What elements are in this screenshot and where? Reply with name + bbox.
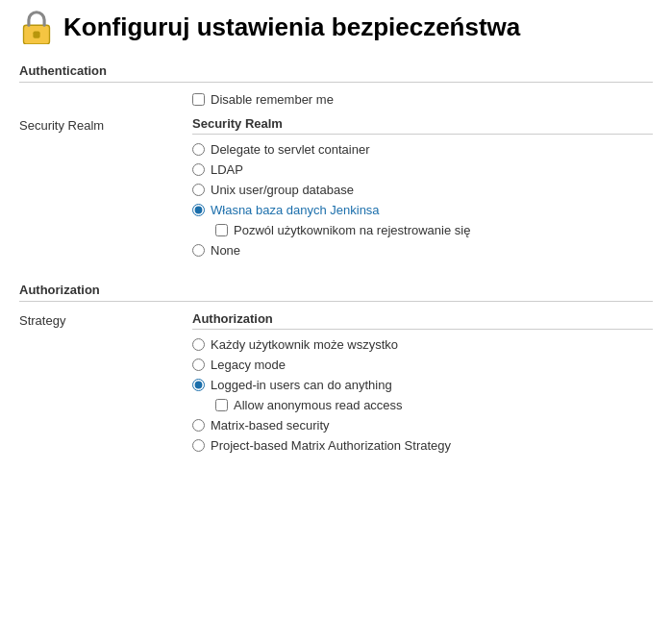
sr-none-label: None bbox=[211, 243, 240, 258]
allow-anonymous-label: Allow anonymous read access bbox=[234, 398, 403, 412]
az-every-label: Każdy użytkownik może wszystko bbox=[211, 337, 398, 352]
az-project-matrix-item[interactable]: Project-based Matrix Authorization Strat… bbox=[192, 438, 653, 453]
security-realm-subsection-label: Security Realm bbox=[192, 116, 653, 135]
security-realm-row: Security Realm Security Realm Delegate t… bbox=[19, 116, 653, 263]
sr-none-item[interactable]: None bbox=[192, 243, 653, 258]
sr-servlet-radio[interactable] bbox=[192, 143, 205, 156]
sr-unix-label: Unix user/group database bbox=[211, 183, 354, 197]
authorization-content: Authorization Każdy użytkownik może wszy… bbox=[192, 311, 653, 458]
az-matrix-radio[interactable] bbox=[192, 419, 205, 432]
page-header: Konfiguruj ustawienia bezpieczeństwa bbox=[19, 10, 653, 44]
authorization-header: Authorization bbox=[19, 283, 653, 302]
sr-none-radio[interactable] bbox=[192, 244, 205, 257]
allow-registration-label: Pozwól użytkownikom na rejestrowanie się bbox=[234, 223, 470, 237]
security-realm-content: Security Realm Delegate to servlet conta… bbox=[192, 116, 653, 263]
form-label-empty bbox=[19, 92, 192, 112]
allow-registration-item[interactable]: Pozwól użytkownikom na rejestrowanie się bbox=[215, 223, 653, 237]
az-matrix-item[interactable]: Matrix-based security bbox=[192, 418, 653, 433]
authorization-section: Authorization Strategy Authorization Każ… bbox=[19, 283, 653, 458]
az-loggedin-radio[interactable] bbox=[192, 379, 205, 391]
sr-jenkins-link[interactable]: Własna baza danych Jenkinsa bbox=[211, 203, 380, 217]
az-every-radio[interactable] bbox=[192, 338, 205, 351]
disable-remember-me-row: Disable remember me bbox=[19, 92, 653, 112]
az-legacy-radio[interactable] bbox=[192, 359, 205, 371]
az-loggedin-item[interactable]: Logged-in users can do anything bbox=[192, 378, 653, 392]
sr-ldap-item[interactable]: LDAP bbox=[192, 162, 653, 177]
sr-unix-radio[interactable] bbox=[192, 184, 205, 196]
az-project-matrix-radio[interactable] bbox=[192, 439, 205, 452]
allow-registration-checkbox[interactable] bbox=[215, 224, 228, 236]
authentication-header: Authentication bbox=[19, 63, 653, 83]
sr-jenkins-item[interactable]: Własna baza danych Jenkinsa bbox=[192, 203, 653, 217]
lock-icon bbox=[19, 10, 54, 44]
svg-rect-1 bbox=[33, 32, 39, 38]
jenkins-sub-option: Pozwól użytkownikom na rejestrowanie się bbox=[192, 223, 653, 237]
sr-jenkins-radio[interactable] bbox=[192, 204, 205, 216]
az-matrix-label: Matrix-based security bbox=[211, 418, 330, 433]
az-legacy-item[interactable]: Legacy mode bbox=[192, 358, 653, 372]
disable-remember-me-label: Disable remember me bbox=[211, 92, 334, 107]
sr-ldap-label: LDAP bbox=[211, 162, 243, 177]
loggedin-sub-option: Allow anonymous read access bbox=[192, 398, 653, 412]
allow-anonymous-item[interactable]: Allow anonymous read access bbox=[215, 398, 653, 412]
az-every-item[interactable]: Każdy użytkownik może wszystko bbox=[192, 337, 653, 352]
authentication-section: Authentication Disable remember me Secur… bbox=[19, 63, 653, 263]
strategy-row: Strategy Authorization Każdy użytkownik … bbox=[19, 311, 653, 458]
sr-jenkins-label: Własna baza danych Jenkinsa bbox=[211, 203, 380, 217]
az-project-matrix-label: Project-based Matrix Authorization Strat… bbox=[211, 438, 451, 453]
page-title: Konfiguruj ustawienia bezpieczeństwa bbox=[63, 12, 520, 42]
disable-remember-me-item[interactable]: Disable remember me bbox=[192, 92, 653, 107]
disable-remember-me-content: Disable remember me bbox=[192, 92, 653, 112]
az-legacy-label: Legacy mode bbox=[211, 358, 286, 372]
sr-servlet-label: Delegate to servlet container bbox=[211, 142, 369, 157]
strategy-label: Strategy bbox=[19, 311, 192, 458]
sr-servlet-item[interactable]: Delegate to servlet container bbox=[192, 142, 653, 157]
authorization-subsection-label: Authorization bbox=[192, 311, 653, 330]
security-realm-label: Security Realm bbox=[19, 116, 192, 263]
az-loggedin-label: Logged-in users can do anything bbox=[211, 378, 392, 392]
sr-ldap-radio[interactable] bbox=[192, 163, 205, 176]
allow-anonymous-checkbox[interactable] bbox=[215, 399, 228, 411]
sr-unix-item[interactable]: Unix user/group database bbox=[192, 183, 653, 197]
disable-remember-me-checkbox[interactable] bbox=[192, 93, 205, 106]
